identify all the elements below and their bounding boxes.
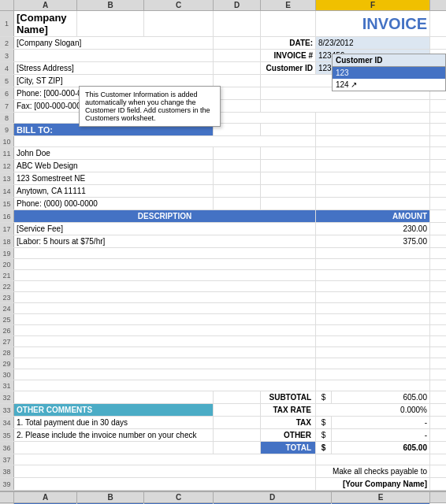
r11-f: [316, 147, 430, 159]
other-value[interactable]: -: [332, 429, 430, 441]
col-header-cd2[interactable]: D: [214, 492, 332, 502]
rn-16: 16: [0, 210, 14, 222]
r7-d: [214, 100, 261, 112]
row-2: 2 [Company Slogan] DATE: 8/23/2012: [0, 37, 446, 50]
r13-d: [214, 172, 261, 184]
date-value[interactable]: 8/23/2012: [316, 37, 430, 49]
row-25: 25: [0, 314, 446, 325]
r1-b: [77, 11, 144, 36]
row-29: 29: [0, 358, 446, 369]
customer-phone[interactable]: Phone: (000) 000-0000: [14, 198, 214, 209]
dropdown-item-123[interactable]: 123: [333, 67, 445, 79]
r12-f: [316, 160, 430, 172]
rn-9: 9: [0, 124, 14, 135]
tax-rate-label: TAX RATE: [261, 404, 316, 416]
service-fee[interactable]: [Service Fee]: [14, 223, 316, 235]
dropdown-item-124[interactable]: 124 ↗: [333, 79, 445, 91]
row-22: 22: [0, 281, 446, 292]
customer-info-tooltip: This Customer Information is added autom…: [79, 86, 221, 127]
row-11: 11 John Doe: [0, 147, 446, 160]
rn-6: 6: [0, 87, 14, 99]
col-header-e[interactable]: E: [261, 0, 316, 10]
r14-d: [214, 185, 261, 197]
rn-2: 2: [0, 37, 14, 49]
customer-address[interactable]: 123 Somestreet NE: [14, 172, 214, 184]
invoice-title: INVOICE: [316, 11, 430, 36]
subtotal-value[interactable]: 605.00: [332, 391, 430, 403]
rn-8: 8: [0, 113, 14, 123]
r12-e: [261, 160, 316, 172]
r14-e: [261, 185, 316, 197]
rn-15: 15: [0, 198, 14, 209]
r3-abc: [14, 50, 214, 61]
col-header-cc2[interactable]: C: [144, 492, 214, 502]
total-label: TOTAL: [261, 442, 316, 454]
service-amount[interactable]: 230.00: [316, 223, 430, 235]
r8-f: [316, 113, 430, 123]
total-value[interactable]: 605.00: [332, 442, 430, 454]
row-16: 16 DESCRIPTION AMOUNT: [0, 210, 446, 223]
r10-f: [316, 136, 430, 146]
city-zip[interactable]: [City, ST ZIP]: [14, 75, 214, 87]
col-header-ce2[interactable]: E: [332, 492, 430, 502]
col-header-a[interactable]: A: [14, 0, 77, 10]
col-header-ca2[interactable]: A: [14, 492, 77, 502]
rn-1: 1: [0, 11, 14, 36]
r4-d: [214, 62, 261, 74]
tooltip-text: This Customer Information is added autom…: [85, 91, 210, 122]
col-header-f[interactable]: F: [316, 0, 430, 10]
r7-ef: [261, 100, 430, 112]
customer-company[interactable]: ABC Web Design: [14, 160, 214, 172]
row-35: 35 2. Please include the invoice number …: [0, 429, 446, 442]
r9-d: [214, 124, 261, 135]
subtotal-dollar: $: [316, 391, 332, 403]
row-18: 18 [Labor: 5 hours at $75/hr] 375.00: [0, 235, 446, 248]
col-header-d[interactable]: D: [214, 0, 261, 10]
r3-d: [214, 50, 261, 61]
invoice-area: 1 [Company Name] INVOICE 2 [Company Slog…: [0, 11, 446, 491]
row-21: 21: [0, 270, 446, 281]
r10: [14, 136, 316, 146]
col-header-c[interactable]: C: [144, 0, 214, 10]
date-label: DATE:: [261, 37, 316, 49]
r9-e: [261, 124, 316, 135]
r5-d: [214, 75, 261, 87]
tax-value[interactable]: -: [332, 417, 430, 428]
row-33: 33 OTHER COMMENTS TAX RATE 0.000%: [0, 404, 446, 417]
comment1[interactable]: 1. Total payment due in 30 days: [14, 417, 214, 428]
row-31: 31: [0, 380, 446, 391]
subtotal-label: SUBTOTAL: [261, 391, 316, 403]
labor-amount[interactable]: 375.00: [316, 235, 430, 247]
r14-f: [316, 185, 430, 197]
payable-line1: Make all checks payable to: [316, 465, 430, 477]
rn-12: 12: [0, 160, 14, 172]
company-name[interactable]: [Company Name]: [14, 11, 77, 36]
r11-d: [214, 147, 261, 159]
tax-rate-value[interactable]: 0.000%: [316, 404, 430, 416]
dropdown-box: Customer ID 123 124 ↗: [332, 54, 446, 91]
r1-e: [261, 11, 316, 36]
comment2[interactable]: 2. Please include the invoice number on …: [14, 429, 214, 441]
r13-f: [316, 172, 430, 184]
customer-id-text: 123: [318, 64, 332, 72]
customer-id-dropdown[interactable]: Customer ID 123 124 ↗: [332, 54, 446, 91]
desc-header: DESCRIPTION: [14, 210, 316, 222]
row-num-header: [0, 0, 14, 10]
stress-address[interactable]: [Stress Address]: [14, 62, 214, 74]
row-20: 20: [0, 259, 446, 270]
rn-13: 13: [0, 172, 14, 184]
rn-4: 4: [0, 62, 14, 74]
row-24: 24: [0, 303, 446, 314]
row-1: 1 [Company Name] INVOICE: [0, 11, 446, 37]
customers-col-header-row: A B C D E: [0, 492, 446, 503]
row-9: 9 BILL TO:: [0, 124, 446, 136]
row-26: 26: [0, 325, 446, 336]
r15-e: [261, 198, 316, 209]
col-header-b[interactable]: B: [77, 0, 144, 10]
customer-city-state[interactable]: Anytown, CA 11111: [14, 185, 214, 197]
customer-name[interactable]: John Doe: [14, 147, 214, 159]
other-comments-label: OTHER COMMENTS: [14, 404, 214, 416]
col-header-cb2[interactable]: B: [77, 492, 144, 502]
company-slogan[interactable]: [Company Slogan]: [14, 37, 214, 49]
labor[interactable]: [Labor: 5 hours at $75/hr]: [14, 235, 316, 247]
